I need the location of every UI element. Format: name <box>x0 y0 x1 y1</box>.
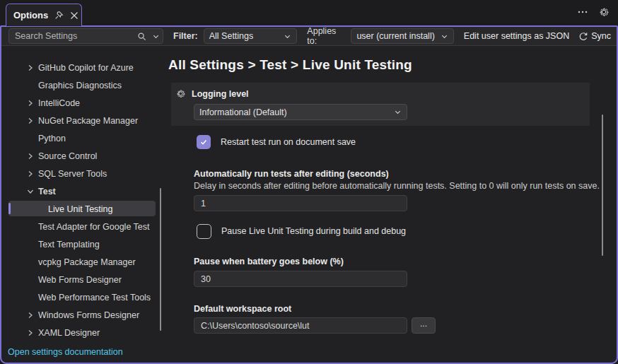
logging-level-setting: Logging level Informational (Default) <box>171 83 590 126</box>
sidebar-item-python[interactable]: Python <box>1 129 164 147</box>
settings-panel: All Settings > Test > Live Unit Testing … <box>165 47 608 364</box>
applies-to-dropdown-value: user (current install) <box>356 31 434 41</box>
search-icon[interactable] <box>134 32 149 41</box>
search-box[interactable] <box>8 28 163 44</box>
main-scrollbar[interactable] <box>602 115 603 256</box>
sidebar-item-vcpkg-package-manager[interactable]: vcpkg Package Manager <box>1 253 164 271</box>
sidebar-item-live-unit-testing[interactable]: Live Unit Testing <box>1 200 164 218</box>
chevron-right-icon <box>25 151 35 161</box>
sync-button[interactable]: Sync <box>578 31 611 41</box>
pause-during-build-checkbox-row[interactable]: Pause Live Unit Testing during build and… <box>197 223 608 239</box>
chevron-right-icon <box>25 63 35 73</box>
browse-button[interactable]: ... <box>412 317 436 334</box>
sidebar-item-intellicode[interactable]: IntelliCode <box>1 94 164 112</box>
sidebar-scrollbar[interactable] <box>160 188 161 331</box>
sidebar-item-source-control[interactable]: Source Control <box>1 147 164 165</box>
tab-options[interactable]: Options <box>6 4 82 26</box>
battery-threshold-input[interactable] <box>194 271 407 287</box>
auto-run-seconds-input[interactable] <box>194 195 407 211</box>
chevron-right-icon <box>25 98 35 108</box>
filter-dropdown-value: All Settings <box>209 31 254 41</box>
selection-indicator <box>8 203 11 214</box>
sidebar-item-test-adapter-for-google-test[interactable]: Test Adapter for Google Test <box>1 218 164 235</box>
tab-options-label: Options <box>13 10 48 20</box>
sidebar-item-test[interactable]: Test <box>1 182 164 200</box>
settings-tree: GitHub Copilot for Azure Graphics Diagno… <box>1 47 164 364</box>
close-icon[interactable] <box>70 11 78 20</box>
workspace-root-label: Default workspace root <box>194 304 608 314</box>
sync-label: Sync <box>591 31 611 41</box>
logging-level-label: Logging level <box>192 89 249 99</box>
logging-level-dropdown[interactable]: Informational (Default) <box>194 104 407 120</box>
edit-json-link[interactable]: Edit user settings as JSON <box>464 31 569 41</box>
pause-during-build-label: Pause Live Unit Testing during build and… <box>221 226 406 236</box>
open-settings-documentation-link[interactable]: Open settings documentation <box>8 347 123 357</box>
chevron-down-icon <box>441 33 448 40</box>
battery-threshold-label: Pause when battery goes below (%) <box>194 257 608 266</box>
chevron-down-icon <box>25 187 35 196</box>
filter-dropdown[interactable]: All Settings <box>204 28 298 44</box>
settings-toolbar: Filter: All Settings Applies to: user (c… <box>1 27 617 46</box>
filter-label: Filter: <box>173 31 198 41</box>
search-options-chevron-icon[interactable] <box>149 33 163 40</box>
more-options-icon[interactable] <box>577 6 588 18</box>
pin-icon[interactable] <box>54 11 64 20</box>
sync-icon <box>578 32 588 41</box>
chevron-down-icon <box>284 33 291 40</box>
applies-to-label: Applies to: <box>307 26 345 46</box>
breadcrumb: All Settings > Test > Live Unit Testing <box>168 57 608 73</box>
tab-strip: Options <box>0 0 618 25</box>
sidebar-item-windows-forms-designer[interactable]: Windows Forms Designer <box>1 306 164 324</box>
applies-to-dropdown[interactable]: user (current install) <box>351 28 453 44</box>
search-input[interactable] <box>9 31 134 41</box>
restart-test-run-label: Restart test run on document save <box>221 137 356 147</box>
chevron-right-icon <box>25 169 35 179</box>
sidebar-item-nuget-package-manager[interactable]: NuGet Package Manager <box>1 112 164 129</box>
workspace-root-input[interactable] <box>194 317 407 334</box>
sidebar-item-sql-server-tools[interactable]: SQL Server Tools <box>1 165 164 182</box>
gear-icon[interactable] <box>175 88 186 99</box>
options-window: Options <box>0 0 618 364</box>
sidebar-item-github-copilot-for-azure[interactable]: GitHub Copilot for Azure <box>1 59 164 76</box>
logging-level-value: Informational (Default) <box>199 107 287 117</box>
sidebar-item-graphics-diagnostics[interactable]: Graphics Diagnostics <box>1 76 164 94</box>
sidebar-item-web-forms-designer[interactable]: Web Forms Designer <box>1 271 164 288</box>
chevron-right-icon <box>25 310 35 320</box>
chevron-right-icon <box>25 116 35 126</box>
chevron-down-icon <box>394 108 402 116</box>
auto-run-tests-label: Automatically run tests after editing (s… <box>194 169 608 179</box>
auto-run-tests-description: Delay in seconds after editing before au… <box>194 181 608 191</box>
window-body: Filter: All Settings Applies to: user (c… <box>0 25 618 364</box>
pause-during-build-checkbox[interactable] <box>197 224 211 239</box>
restart-test-run-checkbox[interactable] <box>197 135 211 149</box>
sidebar-item-web-performance-test-tools[interactable]: Web Performance Test Tools <box>1 288 164 306</box>
restart-test-run-checkbox-row[interactable]: Restart test run on document save <box>197 135 608 149</box>
gear-icon[interactable] <box>598 6 610 18</box>
chevron-right-icon <box>25 328 35 338</box>
sidebar-item-text-templating[interactable]: Text Templating <box>1 235 164 253</box>
sidebar-item-xaml-designer[interactable]: XAML Designer <box>1 324 164 341</box>
